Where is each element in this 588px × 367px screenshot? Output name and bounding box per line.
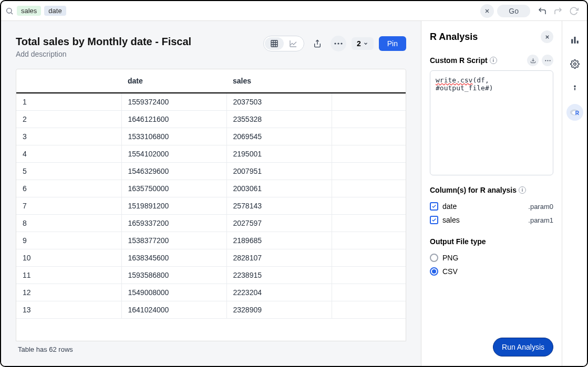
table-view-button[interactable] <box>265 37 284 50</box>
table-cell: 2355328 <box>226 111 332 128</box>
top-bar: sales date Go <box>1 1 587 21</box>
sidebar-chart-button[interactable] <box>566 32 583 48</box>
table-row[interactable]: 1115935868002238915 <box>16 267 406 284</box>
column-param: .param1 <box>528 216 553 224</box>
table-row[interactable]: 115593724002037503 <box>16 93 406 111</box>
table-row[interactable]: 1316410240002328909 <box>16 301 406 319</box>
table-cell: 7 <box>16 197 121 215</box>
table-row[interactable]: 816593372002027597 <box>16 215 406 232</box>
table-cell: 9 <box>16 232 121 249</box>
more-actions-button[interactable] <box>331 36 346 51</box>
table-cell <box>332 301 406 319</box>
table-header-sales[interactable]: sales <box>226 69 332 93</box>
viz-count-value: 2 <box>357 39 361 48</box>
radio-label: CSV <box>442 267 458 276</box>
info-icon[interactable]: i <box>519 186 526 194</box>
table-row[interactable]: 515463296002007951 <box>16 163 406 180</box>
column-param: .param0 <box>528 203 553 211</box>
undo-button[interactable] <box>538 6 547 16</box>
chart-view-button[interactable] <box>284 37 303 50</box>
svg-point-12 <box>334 43 336 44</box>
table-cell: 2189685 <box>226 232 332 249</box>
table-cell: 10 <box>16 249 121 267</box>
table-cell: 2 <box>16 111 121 128</box>
table-cell <box>332 163 406 180</box>
table-cell <box>332 93 406 111</box>
viz-count-selector[interactable]: 2 <box>352 37 374 50</box>
info-icon[interactable]: i <box>490 57 497 64</box>
table-cell <box>332 267 406 284</box>
sidebar-r-button[interactable]: R <box>566 104 583 121</box>
pin-button[interactable]: Pin <box>379 36 406 51</box>
table-row[interactable]: 415541020002195001 <box>16 145 406 163</box>
run-analysis-button[interactable]: Run Analysis <box>493 338 553 356</box>
column-name: sales <box>442 216 460 224</box>
table-cell: 8 <box>16 215 121 232</box>
table-cell: 1659337200 <box>121 215 226 232</box>
table-cell: 2578143 <box>226 197 332 215</box>
svg-point-20 <box>549 60 550 61</box>
share-button[interactable] <box>310 36 325 51</box>
output-type-label: Output File type <box>430 237 553 246</box>
clear-search-button[interactable] <box>480 4 494 18</box>
sidebar-settings-button[interactable] <box>566 56 583 72</box>
column-row[interactable]: date .param0 <box>430 200 553 213</box>
column-checkbox[interactable] <box>430 216 438 224</box>
svg-point-13 <box>337 43 339 44</box>
sidebar-info-button[interactable] <box>566 80 583 97</box>
table-row[interactable]: 915383772002189685 <box>16 232 406 249</box>
table-row[interactable]: 1016383456002828107 <box>16 249 406 267</box>
table-cell <box>332 197 406 215</box>
radio-button[interactable] <box>430 254 438 262</box>
table-cell: 1538377200 <box>121 232 226 249</box>
output-type-option[interactable]: PNG <box>430 251 553 265</box>
output-type-option[interactable]: CSV <box>430 265 553 278</box>
svg-point-14 <box>341 43 342 44</box>
table-header-index[interactable] <box>16 69 121 93</box>
redo-button[interactable] <box>553 6 563 16</box>
table-cell <box>332 111 406 128</box>
page-description[interactable]: Add description <box>16 50 191 58</box>
table-row[interactable]: 1215490080002223204 <box>16 284 406 301</box>
download-script-button[interactable] <box>527 55 539 66</box>
table-row[interactable]: 616357500002003061 <box>16 180 406 197</box>
table-row[interactable]: 715198912002578143 <box>16 197 406 215</box>
table-row[interactable]: 315331068002069545 <box>16 128 406 145</box>
go-button[interactable]: Go <box>497 5 530 17</box>
radio-label: PNG <box>442 254 458 262</box>
right-sidebar: R <box>562 21 587 366</box>
table-row[interactable]: 216461216002355328 <box>16 111 406 128</box>
table-cell <box>332 232 406 249</box>
svg-rect-21 <box>571 39 573 44</box>
svg-point-24 <box>573 63 576 66</box>
close-panel-button[interactable] <box>541 30 553 43</box>
columns-label: Column(s) for R analysis i <box>430 186 553 194</box>
table-cell: 12 <box>16 284 121 301</box>
table-cell: 1546329600 <box>121 163 226 180</box>
panel-title: R Analysis <box>430 32 478 43</box>
table-cell: 2003061 <box>226 180 332 197</box>
r-script-input[interactable]: write.csv(df, #output_file#) <box>430 70 553 175</box>
table-cell <box>332 284 406 301</box>
table-cell: 1559372400 <box>121 93 226 111</box>
svg-line-1 <box>11 13 13 14</box>
search-area[interactable]: sales date <box>5 6 477 16</box>
column-checkbox[interactable] <box>430 202 438 211</box>
table-cell <box>332 249 406 267</box>
column-row[interactable]: sales .param1 <box>430 213 553 227</box>
viz-toggle <box>263 36 304 51</box>
search-chip-sales[interactable]: sales <box>17 6 41 16</box>
r-analysis-panel: R Analysis Custom R Script i write.csv(d… <box>421 21 562 366</box>
table-cell: 2007951 <box>226 163 332 180</box>
table-header-date[interactable]: date <box>121 69 226 93</box>
table-cell: 5 <box>16 163 121 180</box>
table-cell: 1549008000 <box>121 284 226 301</box>
script-more-button[interactable] <box>542 55 553 66</box>
refresh-button[interactable] <box>569 6 579 16</box>
search-chip-date[interactable]: date <box>44 6 66 16</box>
table-cell: 2828107 <box>226 249 332 267</box>
chevron-down-icon <box>363 41 368 46</box>
table-cell: 2027597 <box>226 215 332 232</box>
table-cell: 1638345600 <box>121 249 226 267</box>
radio-button[interactable] <box>430 267 438 276</box>
